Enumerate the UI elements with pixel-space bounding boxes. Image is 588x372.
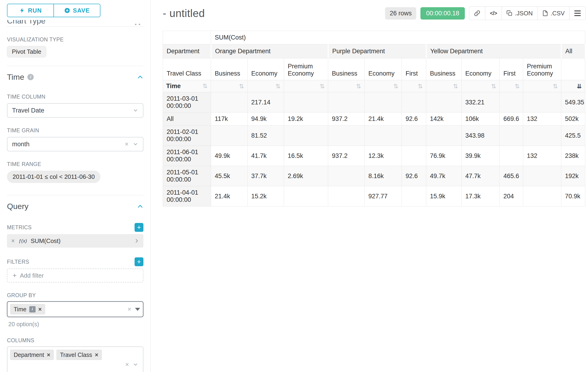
value-cell: 117k [211,113,248,126]
column-chip[interactable]: Department× [10,350,54,360]
copy-icon [506,10,513,16]
add-filter-input[interactable]: + Add filter [7,268,143,283]
chevron-down-icon[interactable] [133,362,138,367]
value-cell [402,186,426,206]
column-sort-cell[interactable]: ⇅ [462,80,500,92]
info-icon: i [27,74,34,80]
sort-icon[interactable]: ⇅ [393,83,398,90]
remove-metric-icon[interactable]: × [11,237,15,244]
hamburger-menu-icon [574,11,581,16]
sort-icon[interactable]: ⇅ [239,83,244,90]
columns-chips: Department×Travel Class× [10,350,115,360]
embed-code-button[interactable]: </> [485,7,502,20]
time-column-select[interactable]: Travel Date [7,103,143,118]
sub-column-cell [561,58,585,80]
group-by-chip[interactable]: Timei× [10,304,45,314]
value-cell: 217.14 [248,92,284,113]
time-column-label: TIME COLUMN [7,94,143,100]
column-sort-cell[interactable]: ⇅ [328,80,365,92]
add-metric-button[interactable]: + [135,223,143,232]
menu-button[interactable] [569,7,586,20]
time-grain-label: TIME GRAIN [7,128,143,134]
value-cell: 92.6 [402,166,426,186]
sort-icon[interactable]: ⇅ [202,83,208,89]
value-cell: 41.7k [248,146,284,166]
chip-remove-icon[interactable]: × [95,351,98,358]
divider [7,195,143,195]
column-sort-cell[interactable]: ⇅ [284,80,328,92]
sort-desc-icon[interactable]: ⇊ [577,83,582,90]
query-section-header[interactable]: Query [7,202,143,211]
value-cell: 937.2 [328,113,365,126]
group-by-select[interactable]: Timei× × [7,301,143,317]
time-sort-cell[interactable]: Time⇅ [163,80,211,92]
chevron-up-icon[interactable] [137,203,143,210]
column-sort-cell[interactable]: ⇅ [523,80,561,92]
value-cell: 47.7k [462,166,500,186]
value-cell: 927.77 [365,186,402,206]
column-sort-cell[interactable]: ⇅ [426,80,462,92]
time-section-header[interactable]: Time i [7,73,143,82]
sort-icon[interactable]: ⇅ [320,83,325,90]
time-range-chip[interactable]: 2011-01-01 ≤ col < 2011-06-30 [7,171,100,183]
value-cell [328,92,365,113]
value-cell: 332.21 [462,92,500,113]
chevron-up-icon[interactable] [137,74,143,80]
column-sort-cell[interactable]: ⇅ [211,80,248,92]
visualization-type-chip[interactable]: Pivot Table [7,46,46,57]
value-cell: 192k [561,166,585,186]
sort-icon[interactable]: ⇅ [553,83,558,90]
clear-icon[interactable]: × [128,306,131,312]
export-json-button[interactable]: .JSON [502,7,537,20]
timer-badge: 00:00:00.18 [420,7,465,20]
export-csv-button[interactable]: .CSV [537,7,569,20]
value-cell [523,92,561,113]
column-sort-cell[interactable]: ⇅ [248,80,284,92]
column-group-cell: Purple Department [328,44,426,58]
clear-icon[interactable]: × [125,361,129,368]
value-cell: 549.35 [561,92,585,113]
columns-select[interactable]: Department×Travel Class× × [7,346,143,372]
column-sort-cell[interactable]: ⇅ [402,80,426,92]
link-icon [474,10,480,17]
share-link-button[interactable] [469,7,485,20]
save-button[interactable]: SAVE [53,4,100,17]
chip-remove-icon[interactable]: × [38,306,42,313]
lightning-icon [19,7,25,13]
sort-icon[interactable]: ⇅ [453,83,458,90]
value-cell: 12.3k [365,146,402,166]
row-label-cell: 2011-02-01 00:00:00 [163,126,211,146]
time-grain-select[interactable]: month × [7,137,143,151]
sort-icon[interactable]: ⇅ [275,83,281,90]
column-sort-cell[interactable]: ⇅ [500,80,523,92]
sort-icon[interactable]: ⇅ [356,83,361,90]
value-cell: 238k [561,146,585,166]
value-cell [284,126,328,146]
value-cell: 21.4k [365,113,402,126]
value-cell [500,126,523,146]
metric-chip[interactable]: × ƒ(x) SUM(Cost) [7,234,143,248]
table-row: 2011-05-01 00:00:0045.5k37.7k2.69k8.16k9… [163,166,585,186]
chip-remove-icon[interactable]: × [47,351,51,358]
caret-down-icon[interactable] [135,308,140,311]
column-sort-cell[interactable]: ⇊ [561,80,585,92]
sort-icon[interactable]: ⇅ [514,83,520,90]
filters-label: FILTERS [7,259,29,265]
add-filter-button[interactable]: + [135,257,143,266]
sort-icon[interactable]: ⇅ [418,83,423,90]
sub-column-cell: First [402,58,426,80]
sort-icon[interactable]: ⇅ [491,83,496,90]
chevron-down-icon[interactable] [133,141,138,147]
value-cell: 2.69k [284,166,328,186]
column-group-cell: Orange Department [211,44,328,58]
divider [7,66,143,66]
chevron-right-icon[interactable] [134,238,139,244]
file-icon [542,10,548,16]
column-chip[interactable]: Travel Class× [56,350,102,360]
group-by-options-hint: 20 option(s) [8,321,143,328]
chip-info-icon[interactable]: i [29,306,36,312]
column-sort-cell[interactable]: ⇅ [365,80,402,92]
chevron-down-icon[interactable] [133,108,138,113]
run-button[interactable]: RUN [7,4,53,17]
clear-icon[interactable]: × [125,141,128,147]
